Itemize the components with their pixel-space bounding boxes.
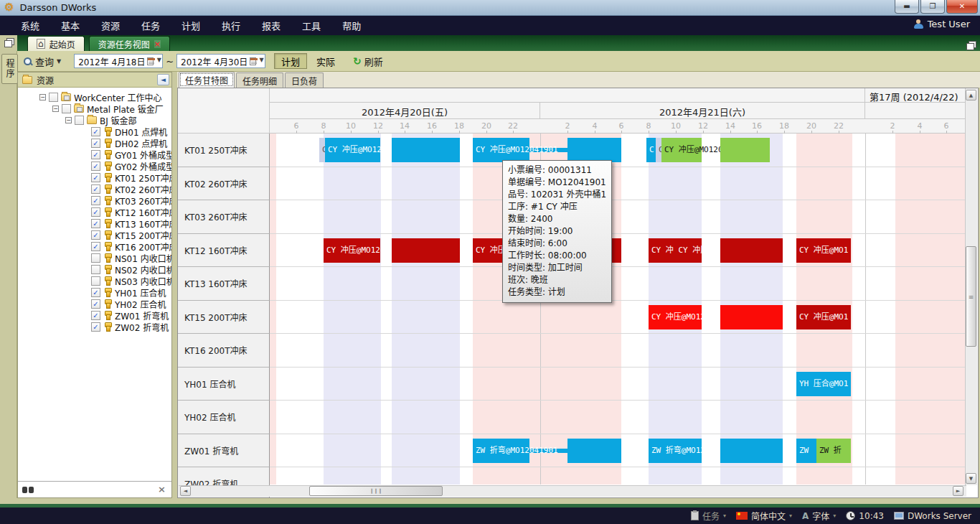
task-bar[interactable]: C [646,138,656,162]
tree-checkbox[interactable]: ✓ [91,207,100,217]
vertical-scroll-thumb[interactable]: ≡ [966,246,976,347]
tree-expander-icon[interactable]: − [39,94,46,100]
tree-checkbox[interactable] [91,265,100,274]
tree-item[interactable]: ✓ZW02 折弯机 [18,321,171,332]
tree-item[interactable]: NS01 内收口机 [18,252,171,263]
menu-item-系统[interactable]: 系统 [10,16,50,35]
query-button[interactable]: 查询 [35,55,54,68]
tree-checkbox[interactable]: ✓ [91,288,100,297]
tree-checkbox[interactable]: ✓ [91,150,100,159]
tree-checkbox[interactable]: ✓ [91,162,100,171]
menu-item-执行[interactable]: 执行 [211,16,251,35]
refresh-button[interactable]: 刷新 [364,55,383,68]
tree-checkbox[interactable] [49,93,58,102]
caret-down-icon[interactable]: ▾ [723,513,726,519]
tree-item[interactable]: NS02 内收口机 [18,263,171,275]
window-list-icon[interactable] [966,38,976,50]
task-bar[interactable] [392,138,460,162]
task-bar[interactable]: ZW 折弯@MO12041901 [649,439,702,463]
query-dropdown-icon[interactable]: ▼ [57,58,61,65]
panel-collapse-button[interactable]: ◄ [157,74,169,85]
tree-item[interactable]: ✓KT03 260T冲床 [18,195,171,206]
task-bar[interactable]: CY 冲压@MO12041903 [649,305,702,329]
tree-checkbox[interactable]: ✓ [91,173,100,182]
user-indicator[interactable]: Test User [914,19,970,29]
menu-item-资源[interactable]: 资源 [90,16,131,35]
status-item-10:43[interactable]: 10:43 [846,511,884,521]
tree-item[interactable]: ✓KT02 260T冲床 [18,183,171,195]
task-bar[interactable] [392,238,460,263]
menu-item-报表[interactable]: 报表 [251,16,291,35]
tab-resource-task-view[interactable]: 资源任务视图 × [89,36,170,51]
gantt-tab-日负荷[interactable]: 日负荷 [285,72,324,88]
tree-checkbox[interactable]: ✓ [91,127,100,136]
task-bar[interactable]: CY 冲压@MO12041901 [473,138,529,162]
minimize-button[interactable]: ▬ [895,0,919,14]
menu-item-基本[interactable]: 基本 [50,16,90,35]
task-bar[interactable]: CY 冲压@MO1 [796,305,851,329]
tab-close-icon[interactable]: × [154,40,161,48]
calendar-icon[interactable] [147,57,154,65]
tree-checkbox[interactable]: ✓ [91,196,100,205]
tree-checkbox[interactable]: ✓ [91,184,100,194]
horizontal-scrollbar[interactable] [179,485,966,497]
status-item-DWorks Server[interactable]: DWorks Server [894,511,971,521]
tree-checkbox[interactable] [62,104,71,113]
tree-checkbox[interactable]: ✓ [91,299,100,309]
tree-item[interactable]: ✓KT13 160T冲床 [18,217,171,229]
menu-item-任务[interactable]: 任务 [131,16,171,35]
tree-expander-icon[interactable]: − [52,106,59,112]
task-bar[interactable] [720,439,783,463]
scroll-down-icon[interactable]: ▼ [966,473,976,484]
tree-checkbox[interactable]: ✓ [91,230,100,240]
caret-down-icon[interactable]: ▾ [833,513,836,519]
tree-item[interactable]: ✓DH02 点焊机 [18,137,171,149]
task-bar[interactable] [720,305,783,329]
date-to-field[interactable]: 2012年 4月30日 ▼ [176,54,265,68]
tree-checkbox[interactable] [91,276,100,286]
task-bar[interactable]: C [319,138,325,162]
task-bar[interactable]: ZW 折 [816,439,851,463]
gantt-tab-任务明细[interactable]: 任务明细 [236,72,283,88]
task-bar[interactable]: ZW 折弯@MO12041901 [473,439,529,463]
tree-item[interactable]: ✓KT12 160T冲床 [18,206,171,217]
tree-checkbox[interactable]: ✓ [91,242,100,251]
task-bar[interactable]: CY 冲 CY 冲压@MO12041904 [649,238,702,263]
plan-toggle-button[interactable]: 计划 [274,53,307,69]
date-from-dropdown-icon[interactable]: ▼ [156,55,162,67]
status-item-字体[interactable]: A字体▾ [802,510,836,522]
scroll-right-icon[interactable]: ► [953,486,963,496]
tree-item[interactable]: NS03 内收口机 [18,275,171,286]
task-bar[interactable]: CY 冲压@MO1 [796,238,851,263]
tree-item[interactable]: ✓GY02 外桶成型机 [18,160,171,172]
menu-item-计划[interactable]: 计划 [171,16,211,35]
menu-item-工具[interactable]: 工具 [291,16,331,35]
task-bar[interactable]: ZW [796,439,816,463]
scroll-left-icon[interactable]: ◄ [180,486,191,496]
task-bar[interactable]: YH 压合@MO1 [796,372,851,396]
restore-button[interactable]: ❐ [920,0,945,14]
tree-item[interactable]: −WorkCenter 工作中心 [18,91,171,103]
menu-item-帮助[interactable]: 帮助 [331,16,372,35]
status-item-简体中文[interactable]: 简体中文▾ [736,510,792,522]
task-bar[interactable] [567,439,621,463]
tree-checkbox[interactable]: ✓ [91,139,100,148]
caret-down-icon[interactable]: ▾ [789,513,792,519]
clear-search-icon[interactable]: × [158,484,166,495]
task-bar[interactable]: CY 冲压@MO12041904 [324,238,380,263]
binoculars-icon[interactable] [22,485,34,493]
task-bar[interactable]: CY 冲压@MO12041901 [325,138,380,162]
rail-tab-program[interactable]: 程序 [1,54,18,84]
tree-item[interactable]: ✓KT16 200T冲床 [18,240,171,252]
tree-checkbox[interactable]: ✓ [91,311,100,320]
tree-item[interactable]: ✓YH01 压合机 [18,286,171,298]
gantt-tab-任务甘特图[interactable]: 任务甘特图 [179,72,235,88]
horizontal-scroll-thumb[interactable]: ❙❙❙ [309,486,443,496]
tree-checkbox[interactable]: ✓ [91,219,100,228]
actual-toggle-button[interactable]: 实际 [310,53,341,69]
tab-home[interactable]: ⌂ 起始页 [27,36,85,51]
status-item-任务[interactable]: 任务▾ [691,510,726,522]
date-from-field[interactable]: 2012年 4月18日 ▼ [74,54,163,68]
tree-checkbox[interactable] [91,253,100,263]
tree-checkbox[interactable]: ✓ [91,322,100,332]
